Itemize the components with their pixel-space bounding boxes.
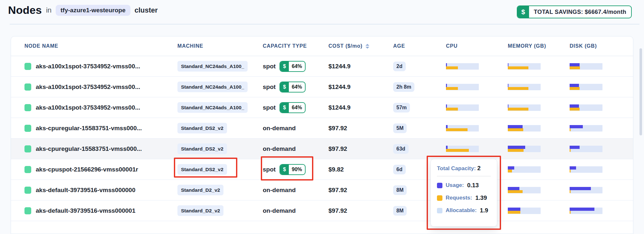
- table-row[interactable]: aks-a100x1spot-37534952-vmss00... Standa…: [11, 97, 633, 118]
- capacity-type-label: on-demand: [263, 187, 296, 194]
- node-name: aks-default-39739516-vmss000000: [36, 187, 136, 194]
- vertical-scrollbar[interactable]: [639, 48, 642, 135]
- machine-type-badge: Standard_NC24ads_A100_: [177, 102, 248, 113]
- disk-cell: [570, 208, 633, 214]
- total-capacity-value: 2: [477, 165, 480, 171]
- memory-usage-bar[interactable]: [508, 166, 541, 173]
- node-name: aks-cpuregular-15583751-vmss000...: [36, 145, 142, 152]
- age-badge: 63d: [393, 144, 409, 154]
- memory-usage-bar[interactable]: [508, 63, 541, 70]
- disk-usage-segment: [570, 187, 591, 190]
- dollar-icon: $: [517, 6, 529, 18]
- capacity-type-label: on-demand: [263, 145, 296, 152]
- cpu-usage-bar[interactable]: [446, 84, 479, 90]
- cost-value: $97.92: [328, 125, 393, 132]
- cpu-requests-segment: [446, 87, 458, 90]
- disk-usage-segment: [570, 208, 594, 211]
- column-header-age[interactable]: AGE: [393, 43, 446, 49]
- node-name-cell: aks-cpuspot-21566296-vmss00001r: [24, 166, 177, 173]
- capacity-type-cell: on-demand: [263, 145, 328, 152]
- disk-requests-segment: [570, 149, 571, 152]
- sort-icon[interactable]: [365, 44, 369, 49]
- cpu-usage-bar[interactable]: [446, 146, 479, 152]
- disk-usage-segment: [570, 166, 576, 170]
- disk-requests-segment: [570, 211, 571, 214]
- age-badge: 2d: [393, 62, 406, 71]
- memory-usage-bar[interactable]: [508, 84, 541, 90]
- memory-requests-segment: [508, 108, 528, 111]
- column-header-capacity-type[interactable]: CAPACITY TYPE: [263, 43, 328, 49]
- cpu-cell: [446, 125, 508, 132]
- cpu-usage-bar[interactable]: [446, 125, 479, 132]
- capacity-type-label: on-demand: [263, 207, 296, 214]
- disk-cell: [570, 84, 633, 90]
- age-cell: 2h 8m: [393, 82, 446, 92]
- node-name-cell: aks-cpuregular-15583751-vmss000...: [24, 145, 177, 152]
- cpu-usage-segment: [446, 104, 447, 108]
- disk-usage-segment: [570, 84, 579, 87]
- memory-usage-segment: [508, 187, 519, 190]
- age-cell: 57m: [393, 103, 446, 112]
- disk-cell: [570, 187, 633, 193]
- memory-usage-bar[interactable]: [508, 187, 541, 193]
- table-row[interactable]: aks-cpuregular-15583751-vmss000... Stand…: [11, 118, 633, 139]
- cpu-usage-segment: [446, 63, 447, 66]
- table-row[interactable]: aks-cpuspot-21566296-vmss00001r Standard…: [11, 159, 633, 180]
- requests-value: 1.39: [475, 194, 487, 201]
- memory-requests-segment: [508, 170, 512, 172]
- table-row[interactable]: aks-a100x1spot-37534952-vmss00... Standa…: [11, 56, 633, 77]
- table-row[interactable]: aks-default-39739516-vmss000001 Standard…: [11, 200, 633, 221]
- machine-cell: Standard_NC24ads_A100_: [177, 105, 263, 111]
- disk-cell: [570, 166, 633, 173]
- column-header-memory[interactable]: MEMORY (GB): [508, 43, 570, 49]
- column-header-machine[interactable]: MACHINE: [177, 43, 263, 49]
- cost-value: $97.92: [328, 207, 393, 214]
- cost-value: $97.92: [328, 145, 393, 152]
- cpu-requests-segment: [446, 66, 458, 69]
- cpu-usage-bar[interactable]: [446, 63, 479, 70]
- memory-usage-bar[interactable]: [508, 208, 541, 214]
- column-header-cost[interactable]: COST ($/mo): [328, 43, 393, 49]
- cluster-name-badge[interactable]: tfy-azure1-westeurope: [56, 5, 130, 16]
- disk-usage-bar[interactable]: [570, 166, 602, 173]
- disk-usage-bar[interactable]: [570, 63, 602, 70]
- page-title: Nodes: [8, 4, 42, 16]
- column-header-cpu[interactable]: CPU: [446, 43, 508, 49]
- capacity-type-label: spot: [263, 63, 276, 70]
- node-status-icon: [24, 207, 31, 214]
- cpu-cell: [446, 146, 508, 152]
- node-name: aks-a100x1spot-37534952-vmss00...: [36, 83, 140, 91]
- age-badge: 8M: [393, 185, 407, 195]
- total-capacity-label: Total Capacity:: [437, 165, 476, 171]
- column-header-disk[interactable]: DISK (GB): [570, 43, 633, 49]
- memory-requests-segment: [508, 190, 523, 193]
- node-name: aks-a100x1spot-37534952-vmss00...: [36, 63, 140, 70]
- dollar-icon: $: [280, 103, 289, 112]
- memory-cell: [508, 146, 570, 152]
- disk-usage-bar[interactable]: [570, 146, 602, 152]
- machine-type-badge: Standard_NC24ads_A100_: [177, 82, 248, 92]
- tooltip-divider: [437, 176, 491, 176]
- disk-usage-bar[interactable]: [570, 104, 602, 111]
- table-row[interactable]: aks-default-39739516-vmss000000 Standard…: [11, 180, 633, 200]
- column-header-node-name[interactable]: NODE NAME: [24, 43, 177, 49]
- disk-usage-bar[interactable]: [570, 84, 602, 90]
- memory-usage-bar[interactable]: [508, 125, 541, 132]
- memory-usage-bar[interactable]: [508, 104, 541, 111]
- disk-cell: [570, 104, 633, 111]
- memory-cell: [508, 166, 570, 173]
- cpu-usage-bar[interactable]: [446, 104, 479, 111]
- machine-cell: Standard_DS2_v2: [177, 146, 263, 152]
- disk-usage-segment: [570, 125, 583, 128]
- table-row[interactable]: aks-a100x1spot-37534952-vmss00... Standa…: [11, 77, 633, 97]
- table-row[interactable]: aks-cpuregular-15583751-vmss000... Stand…: [11, 139, 633, 159]
- machine-cell: Standard_NC24ads_A100_: [177, 84, 263, 90]
- node-name-cell: aks-default-39739516-vmss000000: [24, 187, 177, 194]
- memory-usage-bar[interactable]: [508, 146, 541, 152]
- disk-usage-bar[interactable]: [570, 187, 602, 193]
- memory-requests-segment: [508, 211, 520, 214]
- disk-usage-bar[interactable]: [570, 208, 602, 214]
- disk-requests-segment: [570, 128, 571, 131]
- disk-usage-bar[interactable]: [570, 125, 602, 132]
- memory-usage-segment: [508, 208, 520, 211]
